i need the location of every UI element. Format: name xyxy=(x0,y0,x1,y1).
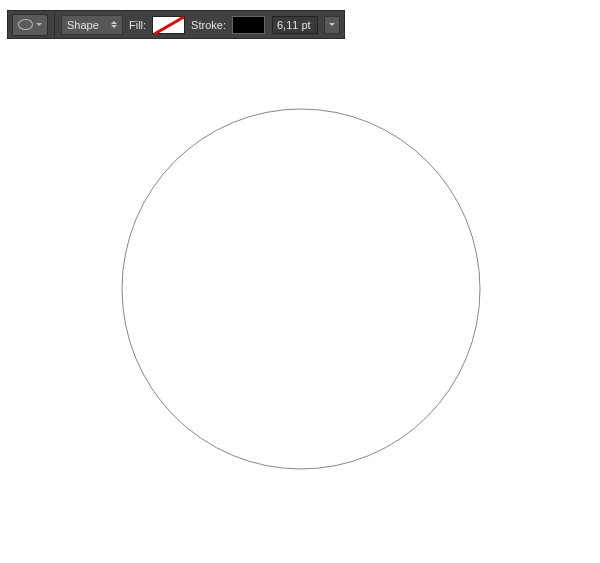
updown-arrows-icon xyxy=(111,21,117,28)
stroke-label: Stroke: xyxy=(191,19,226,31)
dropdown-arrow-icon xyxy=(36,23,42,26)
stroke-swatch[interactable] xyxy=(232,16,265,34)
divider xyxy=(54,13,55,37)
stroke-options-dropdown[interactable] xyxy=(324,16,340,34)
stroke-width-input[interactable]: 6,11 pt xyxy=(272,16,318,34)
fill-label: Fill: xyxy=(129,19,146,31)
chevron-down-icon xyxy=(329,23,335,26)
tool-mode-select[interactable]: Shape xyxy=(61,15,123,35)
no-fill-icon xyxy=(154,15,185,34)
svg-point-0 xyxy=(122,109,480,469)
ellipse-tool-button[interactable] xyxy=(12,14,48,36)
ellipse-icon xyxy=(18,19,33,30)
stroke-width-value: 6,11 pt xyxy=(277,19,311,31)
tool-mode-label: Shape xyxy=(67,19,99,31)
canvas-area[interactable] xyxy=(0,0,600,563)
fill-swatch[interactable] xyxy=(152,16,185,34)
options-toolbar: Shape Fill: Stroke: 6,11 pt xyxy=(7,10,345,39)
